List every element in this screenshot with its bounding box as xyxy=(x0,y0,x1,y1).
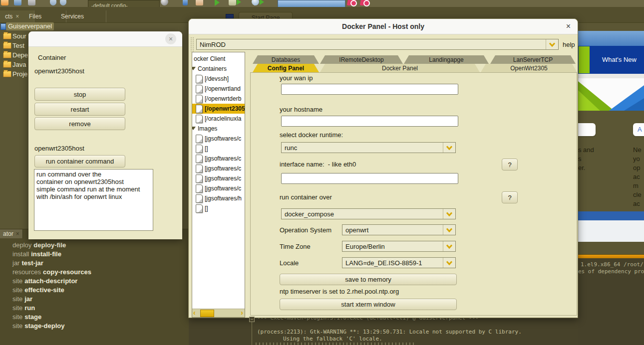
tree-item-java[interactable]: Java xyxy=(12,61,26,68)
tree-item-sources[interactable]: Sour xyxy=(12,32,26,40)
redo-icon[interactable] xyxy=(60,0,66,5)
tab-landingapge[interactable]: Landingapge xyxy=(404,55,489,64)
tab-docker-panel[interactable]: Docker Panel xyxy=(320,64,480,72)
scrollbar-thumb[interactable] xyxy=(200,310,214,317)
tree-node-image[interactable]: [jgsoftwares/c xyxy=(192,154,245,164)
locale-combobox[interactable]: LANG=de_DE.ISO-8859-1 xyxy=(342,257,456,268)
docker-dialog-titlebar[interactable]: Docker Panel - Host only × xyxy=(189,19,578,34)
maven-goal[interactable]: sitestage-deploy xyxy=(12,322,64,330)
tree-node-docker-client[interactable]: ocker Client xyxy=(192,54,245,64)
tree-node-container[interactable]: [/openwrtderb xyxy=(192,94,245,104)
tab-databases[interactable]: Databases xyxy=(253,55,319,64)
navigator-tab-close-icon[interactable]: × xyxy=(16,230,19,237)
expand-triangle-icon[interactable] xyxy=(192,67,196,70)
tab-openwrt2305[interactable]: OpenWrt2305 xyxy=(481,64,577,72)
tree-node-image[interactable]: [] xyxy=(192,203,245,213)
run-container-command-button[interactable]: run container command xyxy=(34,155,125,168)
run-over-help-button[interactable]: ? xyxy=(502,191,518,203)
profile-project-icon[interactable] xyxy=(252,0,259,5)
maven-goal[interactable]: sitejar xyxy=(12,295,32,303)
tree-item-projectfiles[interactable]: Proje xyxy=(12,70,27,78)
project-root-node[interactable]: Guiserverpanel xyxy=(6,22,54,30)
tree-node-container-selected[interactable]: [/openwrt2305 xyxy=(192,104,245,114)
tree-node-container[interactable]: [/devssh] xyxy=(192,74,245,84)
memory-gauge[interactable] xyxy=(278,0,345,7)
maven-goal[interactable]: sitestage xyxy=(12,313,41,321)
build-icon[interactable] xyxy=(161,0,168,5)
right-output-panel[interactable]: 1.el9.x86_64 /root/ es of dependency pro xyxy=(578,258,644,345)
maven-goal[interactable]: installinstall-file xyxy=(12,250,61,258)
start-page-card-right[interactable]: A xyxy=(633,123,644,136)
chevron-down-icon[interactable] xyxy=(443,241,455,251)
open-project-icon[interactable] xyxy=(14,0,21,5)
interface-input[interactable] xyxy=(281,173,458,184)
maven-goal[interactable]: deploydeploy-file xyxy=(12,241,66,249)
scroll-right-icon[interactable]: › xyxy=(241,309,243,317)
maven-goal[interactable]: resourcescopy-resources xyxy=(12,268,91,276)
timezone-combobox[interactable]: Europe/Berlin xyxy=(342,241,456,252)
scroll-left-icon[interactable]: ‹ xyxy=(193,309,196,317)
tree-node-image[interactable]: [jgsoftwares/c xyxy=(192,183,245,193)
new-file-icon[interactable] xyxy=(1,0,8,5)
wan-ip-input[interactable] xyxy=(281,84,458,95)
tab-lanservertcp[interactable]: LanServerTCP xyxy=(490,55,576,64)
tree-hscrollbar[interactable]: ‹ › xyxy=(192,309,245,317)
run-over-combobox[interactable]: docker_compose xyxy=(281,208,456,219)
debug-project-icon[interactable] xyxy=(229,0,236,5)
whats-new-tab[interactable]: What's New xyxy=(602,56,637,63)
run-project-icon[interactable] xyxy=(215,0,220,6)
maven-goal[interactable]: jartest-jar xyxy=(12,259,43,267)
profile-play-icon[interactable] xyxy=(260,0,264,5)
tree-item-dependencies[interactable]: Depe xyxy=(12,51,28,59)
tab-config-panel[interactable]: Config Panel xyxy=(253,64,319,72)
config-combobox[interactable]: -default config- xyxy=(88,0,160,7)
attach-icon[interactable] xyxy=(196,0,203,5)
tree-node-image[interactable]: [jgsoftwares/c xyxy=(192,134,245,144)
help-link[interactable]: help xyxy=(563,41,575,48)
grip-handle[interactable] xyxy=(190,37,195,52)
remove-button[interactable]: remove xyxy=(34,117,125,130)
tab-projects-close-icon[interactable]: × xyxy=(15,13,19,20)
interface-help-button[interactable]: ? xyxy=(502,159,518,171)
save-all-icon[interactable] xyxy=(28,0,35,5)
undo-icon[interactable] xyxy=(50,0,56,5)
run-config-icon[interactable] xyxy=(183,0,188,5)
maven-goal[interactable]: siteattach-descriptor xyxy=(12,277,77,285)
tree-node-image[interactable]: [jgsoftwares/h xyxy=(192,193,245,203)
chevron-down-icon[interactable] xyxy=(546,39,558,49)
card-link-fragment[interactable]: A xyxy=(638,126,642,133)
container-dialog-titlebar[interactable]: × xyxy=(28,31,182,47)
os-combobox[interactable]: openwrt xyxy=(342,224,456,235)
theme-combobox[interactable]: NimROD xyxy=(196,39,559,50)
runtime-combobox[interactable]: runc xyxy=(281,142,456,153)
restart-button[interactable]: restart xyxy=(34,103,125,116)
tree-node-container[interactable]: [/openwrtland xyxy=(192,84,245,94)
save-to-memory-button[interactable]: save to memory xyxy=(280,274,457,285)
start-page-card-left[interactable] xyxy=(578,123,596,136)
chevron-down-icon[interactable] xyxy=(443,258,455,268)
tree-node-image[interactable]: [jgsoftwares/c xyxy=(192,164,245,173)
command-textarea[interactable]: run command over the container on opnewr… xyxy=(34,169,153,231)
tab-iremotedesktop[interactable]: IRemoteDesktop xyxy=(320,55,403,64)
chevron-down-icon[interactable] xyxy=(443,143,455,153)
tree-node-images[interactable]: Images xyxy=(192,124,245,134)
maven-goal[interactable]: siteeffective-site xyxy=(12,286,64,294)
hostname-input[interactable] xyxy=(281,116,458,127)
start-xterm-button[interactable]: start xterm window xyxy=(280,299,457,310)
tree-node-image[interactable]: [jgsoftwares/c xyxy=(192,173,245,183)
tree-item-tests[interactable]: Test xyxy=(12,42,24,49)
close-icon[interactable]: × xyxy=(165,33,176,44)
close-icon[interactable]: × xyxy=(566,22,571,31)
chevron-down-icon[interactable] xyxy=(443,225,455,235)
tree-node-containers[interactable]: Containers xyxy=(192,64,245,74)
tree-node-container[interactable]: [/oraclelinuxla xyxy=(192,114,245,124)
maven-goal[interactable]: siterun xyxy=(12,304,35,312)
expand-triangle-icon[interactable] xyxy=(192,127,196,130)
debug-play-icon[interactable] xyxy=(237,0,241,5)
fold-collapse-icon[interactable]: − xyxy=(249,317,255,322)
tree-node-image[interactable]: [] xyxy=(192,144,245,154)
navigator-tab[interactable]: ator × xyxy=(0,229,23,238)
stop-button[interactable]: stop xyxy=(34,88,125,101)
orange-scrollbar[interactable] xyxy=(578,254,644,258)
tab-services[interactable]: Services xyxy=(56,10,106,22)
